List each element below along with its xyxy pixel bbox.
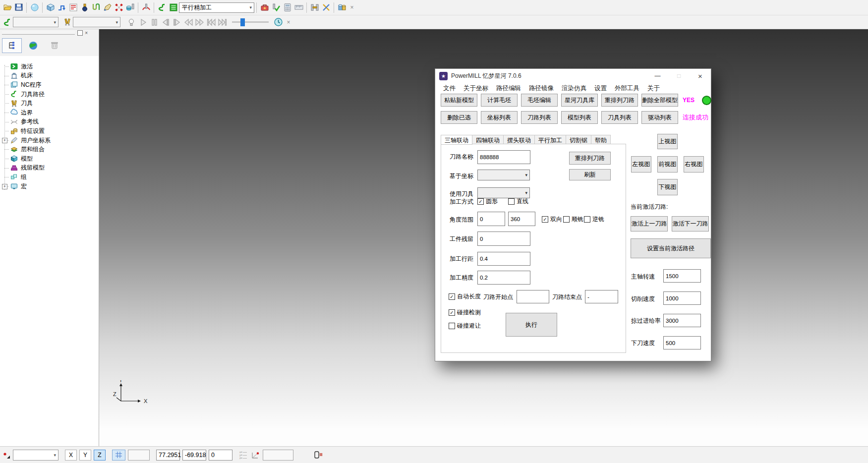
delete-selected-button[interactable]: 删除已选 — [441, 111, 477, 124]
rewind-icon[interactable] — [182, 16, 194, 28]
mode-line-checkbox[interactable]: 直线 — [508, 197, 528, 206]
stepover-input[interactable]: 0.4 — [477, 252, 530, 266]
toolpath-arrow-icon[interactable] — [56, 1, 67, 14]
paste-new-model-button[interactable]: 粘贴新模型 — [441, 94, 477, 107]
coord-list-button[interactable]: 坐标列表 — [481, 111, 518, 124]
toolbar-close-icon[interactable]: × — [284, 16, 293, 28]
tab-4axis[interactable]: 四轴联动 — [472, 135, 504, 144]
spindle-speed-input[interactable]: 1500 — [663, 269, 701, 283]
tree-item-boundaries[interactable]: 边界 — [0, 108, 99, 117]
play-icon[interactable] — [137, 16, 148, 28]
menu-about-coords[interactable]: 关于坐标 — [460, 84, 492, 93]
activate-prev-button[interactable]: 激活上一刀路 — [631, 216, 668, 232]
menu-settings[interactable]: 设置 — [590, 84, 611, 93]
axis-z-button[interactable]: Z — [94, 450, 106, 461]
tool-select-icon[interactable] — [61, 16, 73, 28]
tree-item-levels[interactable]: 层和组合 — [0, 145, 99, 154]
calc-stock-button[interactable]: 计算毛坯 — [481, 94, 518, 107]
toolpath-name-input[interactable]: 888888 — [477, 150, 530, 164]
angle-start-input[interactable]: 0 — [477, 212, 505, 226]
tree-item-feature-sets[interactable]: 特征设置 — [0, 126, 99, 136]
bulb-icon[interactable] — [125, 16, 137, 28]
execute-button[interactable]: 执行 — [506, 313, 557, 337]
tab-help[interactable]: 帮助 — [591, 135, 611, 144]
ball-tool-icon[interactable] — [79, 1, 90, 14]
toolbar-close-icon[interactable]: × — [347, 1, 356, 14]
skim-feed-input[interactable]: 3000 — [663, 314, 701, 327]
explorer-tree-tab[interactable] — [2, 38, 22, 53]
mode-circle-checkbox[interactable]: ✓圆形 — [477, 197, 498, 206]
set-active-path-button[interactable]: 设置当前激活路径 — [631, 238, 711, 258]
delete-all-models-button[interactable]: 删除全部模型 — [641, 94, 678, 107]
strategy-list-icon[interactable] — [168, 1, 179, 14]
clock-icon[interactable] — [273, 16, 284, 28]
target-point-icon[interactable] — [1, 451, 10, 460]
minimize-button[interactable]: — — [647, 69, 668, 83]
collision-avoid-checkbox[interactable]: 碰撞避让 — [449, 322, 481, 330]
ruler-icon[interactable] — [293, 1, 304, 14]
tool-library-button[interactable]: 星河刀具库 — [561, 94, 598, 107]
step-back-icon[interactable] — [160, 16, 171, 28]
toolpath-s-icon[interactable] — [156, 1, 168, 14]
end-point-input[interactable]: - — [585, 290, 618, 303]
coord-z-field[interactable]: 0 — [209, 450, 232, 461]
refresh-button[interactable]: 刷新 — [569, 169, 611, 180]
workplane-indicator-icon[interactable] — [250, 451, 260, 460]
activate-next-button[interactable]: 激活下一刀路 — [672, 216, 709, 232]
toolbox-icon[interactable] — [259, 1, 270, 14]
tree-item-macros[interactable]: +宏 — [0, 182, 99, 191]
plunge-speed-input[interactable]: 500 — [663, 336, 701, 349]
maximize-button[interactable]: □ — [668, 69, 690, 83]
stock-input[interactable]: 0 — [477, 232, 530, 246]
tab-saw[interactable]: 切割锯 — [566, 135, 591, 144]
explorer-trash-tab[interactable] — [45, 38, 64, 53]
reference-line-icon[interactable] — [102, 1, 113, 14]
tree-item-patterns[interactable]: 参考线 — [0, 117, 99, 127]
step-forward-icon[interactable] — [171, 16, 182, 28]
coord-x-field[interactable]: 77.2951 — [156, 450, 180, 461]
auto-length-checkb ox[interactable]: ✓自动长度 — [449, 292, 481, 301]
rearrange-toolpaths-button[interactable]: 重排列刀路 — [601, 94, 638, 107]
cutting-speed-input[interactable]: 1000 — [663, 291, 701, 305]
tab-swivel[interactable]: 摆头联动 — [504, 135, 535, 144]
toolpath-select-dropdown[interactable]: ▾ — [13, 17, 58, 27]
axis-y-button[interactable]: Y — [79, 450, 91, 461]
clamp-icon[interactable] — [309, 1, 320, 14]
collision-cross-icon[interactable] — [320, 1, 332, 14]
fast-forward-icon[interactable] — [194, 16, 205, 28]
jump-end-icon[interactable] — [217, 16, 228, 28]
tool-list-button[interactable]: 刀具列表 — [601, 111, 638, 124]
pause-icon[interactable] — [148, 16, 160, 28]
toolpath-s-icon[interactable] — [1, 16, 13, 28]
lead-link-icon[interactable] — [140, 1, 152, 14]
pane-float-icon[interactable] — [77, 30, 83, 36]
drive-list-button[interactable]: 驱动列表 — [641, 111, 678, 124]
coord-y-field[interactable]: -69.918 — [182, 450, 206, 461]
pane-close-icon[interactable]: × — [85, 31, 88, 36]
tree-item-toolpaths[interactable]: 刀具路径 — [0, 90, 99, 99]
tolerance-input[interactable]: 0.2 — [477, 271, 530, 285]
strategy-dropdown[interactable]: 平行精加工 ▾ — [179, 2, 254, 13]
conventional-checkbox[interactable]: 逆铣 — [584, 215, 604, 224]
climb-checkbox[interactable]: 顺铣 — [563, 215, 583, 224]
tree-item-activate[interactable]: 激活 — [0, 62, 99, 71]
view-bottom-button[interactable]: 下视图 — [657, 179, 678, 195]
tree-item-workplanes[interactable]: +用户坐标系 — [0, 136, 99, 145]
tab-3axis[interactable]: 三轴联动 — [441, 135, 472, 145]
grid-toggle-button[interactable] — [112, 450, 125, 461]
expand-icon[interactable]: + — [2, 138, 7, 143]
view-left-button[interactable]: 左视图 — [631, 156, 651, 173]
save-icon[interactable] — [13, 1, 24, 14]
xyz-list-icon[interactable]: x=y=z= — [239, 451, 248, 460]
open-file-icon[interactable] — [1, 1, 13, 14]
stock-edit-button[interactable]: 毛坯编辑 — [521, 94, 558, 107]
calculator-icon[interactable] — [282, 1, 293, 14]
menu-file[interactable]: 文件 — [439, 84, 460, 93]
pattern-points-icon[interactable] — [113, 1, 124, 14]
simulation-speed-slider[interactable] — [232, 18, 269, 27]
rearrange-button[interactable]: 重排列刀路 — [569, 152, 611, 165]
use-tool-dropdown[interactable]: ▾ — [477, 187, 530, 198]
pane-grip[interactable]: × — [0, 29, 99, 37]
menu-external-tools[interactable]: 外部工具 — [611, 84, 643, 93]
bidirectional-checkbox[interactable]: ✓双向 — [542, 215, 562, 224]
